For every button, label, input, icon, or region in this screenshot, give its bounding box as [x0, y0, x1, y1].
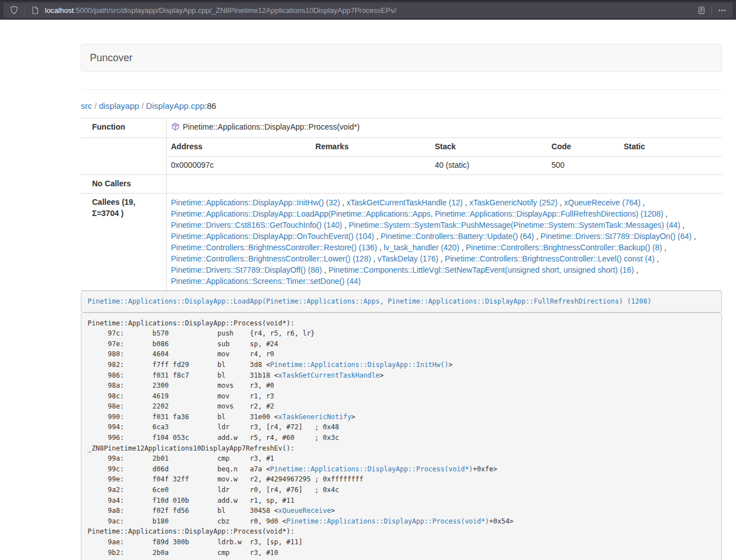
callee-link[interactable]: vTaskDelay (176) [378, 254, 438, 263]
callee-link[interactable]: xTaskGetCurrentTaskHandle (12) [346, 198, 463, 207]
code-value: 500 [547, 156, 619, 174]
callee-link[interactable]: lv_task_handler (420) [383, 243, 459, 252]
col-header-code: Code [547, 138, 619, 156]
table-row: 0x0000097c 40 (static) 500 [167, 156, 723, 174]
breadcrumb: src/displayapp/DisplayApp.cpp:86 [81, 101, 722, 111]
stack-value: 40 (static) [431, 156, 547, 174]
function-row: Function Pinetime::Applications::Display… [81, 118, 722, 138]
function-table: Function Pinetime::Applications::Display… [81, 118, 722, 291]
brand-link[interactable]: Puncover [81, 44, 141, 72]
breadcrumb-separator: / [92, 101, 99, 111]
callee-link[interactable]: Pinetime::Drivers::St7789::DisplayOff() … [171, 265, 322, 274]
empty-label [81, 137, 166, 175]
breadcrumb-line-number: :86 [204, 101, 216, 111]
static-value [619, 156, 722, 174]
callees-label: Callees (19, Σ=3704 ) [81, 193, 166, 290]
shield-icon[interactable] [8, 4, 20, 16]
browser-toolbar: localhost:5000/path/src/displayapp/Displ… [0, 0, 736, 20]
page-info-icon[interactable] [29, 4, 41, 16]
function-name-cell: Pinetime::Applications::DisplayApp::Proc… [166, 118, 722, 138]
col-header-address: Address [167, 138, 311, 156]
function-name: Pinetime::Applications::DisplayApp::Proc… [183, 122, 360, 131]
divider [81, 89, 722, 90]
callee-link[interactable]: Pinetime::Drivers::Cst816S::GetTouchInfo… [171, 221, 342, 229]
callee-link[interactable]: Pinetime::Controllers::BrightnessControl… [445, 254, 654, 263]
col-header-static: Static [619, 138, 722, 156]
symbol-link[interactable]: Pinetime::Applications::DisplayApp::Proc… [270, 465, 473, 473]
address-value: 0x0000097c [167, 156, 311, 174]
highlighted-symbol-link[interactable]: Pinetime::Applications::DisplayApp::Load… [88, 297, 651, 305]
callee-link[interactable]: Pinetime::Applications::DisplayApp::OnTo… [171, 232, 374, 241]
page-container: Puncover src/displayapp/DisplayApp.cpp:8… [81, 44, 722, 560]
no-callers-cell [166, 175, 722, 193]
breadcrumb-link-displayapp[interactable]: displayapp [99, 101, 139, 111]
no-callers-row: No Callers [81, 175, 722, 193]
url-text[interactable]: localhost:5000/path/src/displayapp/Displ… [45, 6, 691, 15]
symbol-link[interactable]: Pinetime::Applications::DisplayApp::Init… [270, 361, 449, 369]
callee-link[interactable]: xQueueReceive (764) [564, 198, 641, 207]
callee-link[interactable]: Pinetime::Controllers::BrightnessControl… [466, 243, 662, 252]
package-icon [171, 123, 180, 132]
callee-link[interactable]: Pinetime::Drivers::St7789::DisplayOn() (… [541, 232, 692, 241]
breadcrumb-link-file[interactable]: DisplayApp.cpp [146, 101, 204, 111]
callee-link[interactable]: Pinetime::Controllers::BrightnessControl… [171, 243, 377, 252]
symbol-link[interactable]: xTaskGetCurrentTaskHandle [278, 371, 380, 379]
stats-cell: Address Remarks Stack Code Static 0x0000… [166, 137, 722, 175]
no-callers-label: No Callers [81, 175, 166, 193]
symbol-link[interactable]: xTaskGenericNotify [278, 413, 351, 421]
remarks-value [311, 156, 431, 174]
breadcrumb-separator: / [139, 101, 146, 111]
symbol-link[interactable]: Pinetime::Applications::DisplayApp::Proc… [286, 517, 489, 525]
callee-link[interactable]: Pinetime::Controllers::Battery::Update()… [381, 232, 534, 241]
url-path: :5000/path/src/displayapp/DisplayApp.cpp… [74, 6, 396, 15]
function-row-label: Function [81, 118, 166, 138]
url-bar[interactable]: localhost:5000/path/src/displayapp/Displ… [3, 3, 733, 18]
callees-row: Callees (19, Σ=3704 ) Pinetime::Applicat… [81, 193, 722, 290]
breadcrumb-link-src[interactable]: src [81, 101, 92, 111]
callees-list: Pinetime::Applications::DisplayApp::Init… [166, 193, 722, 290]
callee-link[interactable]: Pinetime::Applications::Screens::Timer::… [171, 277, 361, 286]
callee-link[interactable]: xTaskGenericNotify (252) [469, 198, 557, 207]
reader-mode-icon[interactable] [695, 4, 707, 16]
urlbar-divider [24, 6, 25, 15]
url-host: localhost [45, 6, 74, 15]
callee-link[interactable]: Pinetime::Controllers::BrightnessControl… [171, 254, 371, 263]
callee-link[interactable]: Pinetime::Components::LittleVgl::SetNewT… [328, 265, 634, 274]
highlighted-symbol-block: Pinetime::Applications::DisplayApp::Load… [81, 291, 722, 313]
function-stats-row: Address Remarks Stack Code Static 0x0000… [81, 137, 722, 175]
symbol-link[interactable]: xQueueReceive [278, 507, 331, 515]
callee-link[interactable]: Pinetime::Applications::DisplayApp::Load… [171, 209, 664, 218]
callee-link[interactable]: Pinetime::System::SystemTask::PushMessag… [349, 221, 680, 229]
col-header-stack: Stack [431, 138, 547, 156]
urlbar-divider-right [711, 6, 712, 15]
callee-link[interactable]: Pinetime::Applications::DisplayApp::Init… [171, 198, 340, 207]
col-header-remarks: Remarks [311, 138, 431, 156]
navbar: Puncover [81, 44, 722, 72]
ellipsis-menu-icon[interactable] [716, 4, 728, 16]
disassembly-block: Pinetime::Applications::DisplayApp::Proc… [81, 313, 722, 560]
stats-table: Address Remarks Stack Code Static 0x0000… [167, 138, 723, 175]
